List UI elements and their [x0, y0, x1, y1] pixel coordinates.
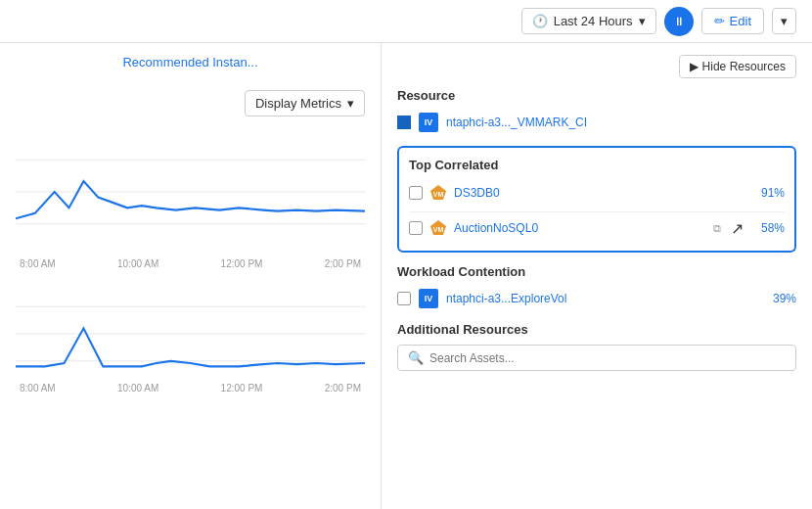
cursor-icon: ↗ — [731, 219, 744, 238]
pencil-icon: ✏ — [714, 14, 725, 28]
time-label: Last 24 Hours — [554, 14, 633, 28]
chart-2-x-labels: 8:00 AM 10:00 AM 12:00 PM 2:00 PM — [16, 383, 365, 393]
checkbox-auction[interactable] — [409, 221, 423, 235]
search-input[interactable] — [429, 351, 786, 365]
display-metrics-button[interactable]: Display Metrics ▾ — [245, 90, 365, 116]
resource-item: IV ntaphci-a3..._VMMARK_CI — [397, 111, 796, 134]
checkbox-workload[interactable] — [397, 292, 411, 305]
x2-label-4: 2:00 PM — [325, 383, 361, 393]
chart-1 — [16, 133, 365, 251]
workload-percent: 39% — [761, 292, 796, 305]
svg-text:VM: VM — [433, 226, 444, 233]
more-button[interactable]: ▾ — [772, 8, 796, 34]
copy-icon[interactable]: ⧉ — [713, 222, 721, 235]
top-correlated-title: Top Correlated — [409, 158, 785, 172]
edit-button[interactable]: ✏ Edit — [701, 8, 764, 34]
x2-label-1: 8:00 AM — [20, 383, 56, 393]
hide-resources-label: ▶ Hide Resources — [690, 60, 786, 73]
x2-label-2: 10:00 AM — [117, 383, 158, 393]
hide-resources-button[interactable]: ▶ Hide Resources — [679, 55, 796, 78]
correlated-item-1: VM AuctionNoSQL0 ⧉ ↗ 58% — [409, 211, 785, 241]
correlated-name-1: AuctionNoSQL0 — [454, 221, 707, 235]
svg-text:VM: VM — [433, 191, 444, 198]
main-content: Recommended Instan... Display Metrics ▾ — [0, 43, 812, 509]
chevron-down-icon: ▾ — [347, 96, 354, 111]
recommended-link[interactable]: Recommended Instan... — [122, 55, 257, 69]
chart-2 — [16, 285, 365, 383]
display-metrics-label: Display Metrics — [255, 96, 341, 111]
chevron-down-icon: ▾ — [639, 14, 646, 28]
search-icon: 🔍 — [408, 350, 424, 365]
section-header: ▶ Hide Resources — [397, 55, 796, 78]
left-panel: Recommended Instan... Display Metrics ▾ — [0, 43, 382, 509]
correlated-percent-1: 58% — [749, 221, 785, 235]
search-box: 🔍 — [397, 345, 796, 371]
top-correlated-section: Top Correlated VM DS3DB0 91% — [397, 146, 796, 253]
workload-section: Workload Contention IV ntaphci-a3...Expl… — [397, 264, 796, 310]
additional-section: Additional Resources 🔍 — [397, 322, 796, 371]
chart-1-x-labels: 8:00 AM 10:00 AM 12:00 PM 2:00 PM — [16, 258, 365, 269]
chart-section: Display Metrics ▾ 8:00 AM — [0, 80, 381, 509]
edit-label: Edit — [730, 14, 751, 28]
pause-icon: ⏸ — [673, 15, 685, 28]
x-label-3: 12:00 PM — [221, 258, 263, 269]
vm-icon-auction: VM — [429, 218, 448, 238]
resource-section-title: Resource — [397, 88, 796, 103]
resource-icon: IV — [419, 113, 438, 132]
chart-1-area: 8:00 AM 10:00 AM 12:00 PM 2:00 PM — [0, 125, 381, 393]
vm-icon-ds3db0: VM — [429, 183, 448, 203]
correlated-name-0: DS3DB0 — [454, 186, 744, 200]
time-selector[interactable]: 🕐 Last 24 Hours ▾ — [521, 8, 656, 34]
x-label-2: 10:00 AM — [117, 258, 158, 269]
x-label-4: 2:00 PM — [325, 258, 361, 269]
workload-item: IV ntaphci-a3...ExploreVol 39% — [397, 287, 796, 310]
resource-name: ntaphci-a3..._VMMARK_CI — [446, 116, 796, 129]
correlated-item-0: VM DS3DB0 91% — [409, 180, 785, 206]
workload-icon: IV — [419, 289, 438, 308]
additional-title: Additional Resources — [397, 322, 796, 337]
workload-title: Workload Contention — [397, 264, 796, 279]
x-label-1: 8:00 AM — [20, 258, 56, 269]
checkbox-ds3db0[interactable] — [409, 186, 423, 200]
x2-label-3: 12:00 PM — [221, 383, 263, 393]
color-indicator — [397, 116, 411, 129]
pause-button[interactable]: ⏸ — [664, 7, 694, 36]
recommended-section: Recommended Instan... — [0, 43, 381, 80]
more-label: ▾ — [781, 14, 788, 28]
correlated-percent-0: 91% — [749, 186, 785, 200]
resource-section: Resource IV ntaphci-a3..._VMMARK_CI — [397, 88, 796, 134]
top-bar: 🕐 Last 24 Hours ▾ ⏸ ✏ Edit ▾ — [0, 0, 812, 43]
clock-icon: 🕐 — [532, 14, 548, 28]
right-panel: ▶ Hide Resources Resource IV ntaphci-a3.… — [382, 43, 812, 509]
workload-name: ntaphci-a3...ExploreVol — [446, 292, 753, 305]
